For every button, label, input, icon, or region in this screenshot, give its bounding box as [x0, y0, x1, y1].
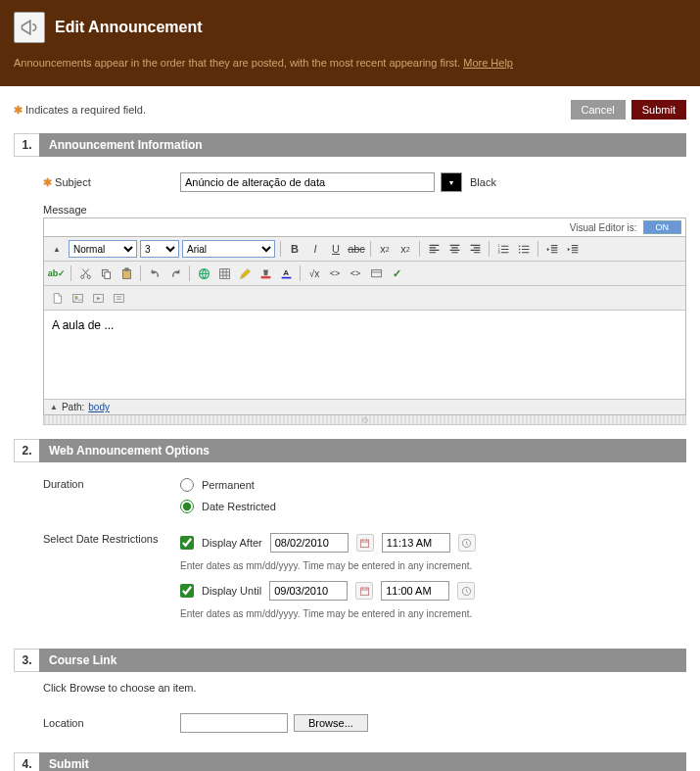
svg-point-4 — [518, 248, 520, 250]
font-color-icon[interactable]: A — [277, 265, 295, 282]
svg-point-3 — [518, 245, 520, 247]
calendar-icon[interactable] — [355, 582, 373, 600]
editor-resize-handle[interactable]: ◇ — [43, 415, 686, 425]
announcement-icon — [14, 12, 45, 43]
outdent-icon[interactable] — [543, 240, 561, 258]
visual-editor-toggle[interactable]: ON — [643, 220, 682, 234]
section-number: 4. — [14, 752, 39, 771]
page-title: Edit Announcement — [55, 19, 203, 36]
required-indicator-text: ✱ Indicates a required field. — [14, 104, 146, 117]
italic-icon[interactable]: I — [306, 240, 324, 258]
html-icon[interactable]: <> — [326, 265, 344, 282]
subscript-icon[interactable]: x2 — [376, 240, 394, 258]
pencil-icon[interactable] — [236, 265, 254, 282]
calendar-icon[interactable] — [356, 534, 374, 552]
highlight-icon[interactable] — [257, 265, 274, 282]
svg-rect-22 — [361, 540, 369, 548]
message-label: Message — [43, 204, 686, 216]
page-subtext: Announcements appear in the order that t… — [14, 57, 686, 69]
color-picker[interactable] — [441, 172, 462, 192]
section-web-options: 2. Web Announcement Options Duration Per… — [14, 439, 686, 635]
section-announcement-info: 1. Announcement Information ✱ Subject Bl… — [14, 133, 686, 425]
strikethrough-icon[interactable]: abc — [348, 240, 365, 258]
attach-media-icon[interactable] — [89, 289, 107, 307]
display-after-date-input[interactable] — [270, 533, 349, 553]
svg-point-7 — [87, 275, 90, 278]
subject-label: ✱ Subject — [43, 176, 180, 189]
spellcheck-icon[interactable]: ab✓ — [48, 265, 66, 282]
section-number: 1. — [14, 133, 39, 157]
indent-icon[interactable] — [564, 240, 582, 258]
duration-label: Duration — [43, 478, 180, 490]
visual-editor-status-bar: Visual Editor is: ON — [43, 217, 686, 236]
display-until-time-input[interactable] — [381, 581, 449, 601]
svg-rect-11 — [124, 267, 127, 269]
browse-button[interactable]: Browse... — [294, 714, 368, 732]
attach-image-icon[interactable] — [69, 289, 86, 307]
subject-input[interactable] — [180, 172, 435, 192]
location-label: Location — [43, 717, 180, 729]
color-name-label: Black — [470, 176, 496, 188]
hyperlink-icon[interactable] — [195, 265, 212, 282]
cut-icon[interactable] — [76, 265, 94, 282]
display-after-checkbox[interactable] — [180, 536, 194, 550]
attach-file-icon[interactable] — [48, 289, 66, 307]
paste-icon[interactable] — [117, 265, 135, 282]
svg-text:A: A — [283, 268, 289, 277]
display-until-checkbox[interactable] — [180, 584, 194, 598]
display-until-date-input[interactable] — [269, 581, 348, 601]
attach-mashup-icon[interactable] — [110, 289, 127, 307]
unordered-list-icon[interactable] — [515, 240, 533, 258]
expand-toolbar-icon[interactable]: ▲ — [48, 240, 66, 258]
display-until-label: Display Until — [202, 585, 261, 597]
date-helper-text: Enter dates as mm/dd/yyyy. Time may be e… — [180, 608, 476, 619]
editor-path-body-link[interactable]: body — [88, 402, 110, 412]
section-title: Course Link — [39, 649, 686, 672]
svg-rect-10 — [122, 269, 130, 278]
copy-icon[interactable] — [97, 265, 115, 282]
section-number: 3. — [14, 649, 39, 672]
permanent-radio[interactable] — [180, 478, 194, 492]
undo-icon[interactable] — [146, 265, 163, 282]
date-restricted-radio[interactable] — [180, 500, 194, 513]
font-family-select[interactable]: Arial — [182, 240, 275, 258]
editor-textarea[interactable]: A aula de ... — [44, 311, 685, 399]
table-icon[interactable] — [215, 265, 233, 282]
svg-point-5 — [518, 251, 520, 253]
code-icon[interactable]: <> — [347, 265, 364, 282]
validate-icon[interactable]: ✓ — [388, 265, 405, 282]
svg-rect-14 — [260, 275, 270, 277]
underline-icon[interactable]: U — [327, 240, 345, 258]
align-left-icon[interactable] — [425, 240, 443, 258]
section-title: Submit — [39, 752, 686, 771]
cancel-button-top[interactable]: Cancel — [571, 100, 626, 120]
preview-icon[interactable] — [367, 265, 385, 282]
submit-button-top[interactable]: Submit — [631, 100, 686, 120]
font-size-select[interactable]: 3 — [140, 240, 179, 258]
display-after-label: Display After — [202, 537, 262, 549]
location-input[interactable] — [180, 713, 288, 733]
ordered-list-icon[interactable]: 123 — [494, 240, 512, 258]
page-header: Edit Announcement Announcements appear i… — [0, 0, 700, 86]
section-course-link: 3. Course Link Click Browse to choose an… — [14, 649, 686, 739]
align-center-icon[interactable] — [445, 240, 463, 258]
section-title: Web Announcement Options — [39, 439, 686, 462]
clock-icon[interactable] — [458, 534, 476, 552]
section-title: Announcement Information — [39, 133, 686, 157]
course-link-instruction: Click Browse to choose an item. — [43, 682, 686, 694]
svg-text:3: 3 — [497, 250, 499, 254]
display-after-time-input[interactable] — [382, 533, 450, 553]
svg-rect-13 — [219, 268, 229, 278]
superscript-icon[interactable]: x2 — [397, 240, 414, 258]
style-select[interactable]: Normal — [69, 240, 137, 258]
clock-icon[interactable] — [457, 582, 475, 600]
editor-path-bar: ▲ Path: body — [44, 399, 685, 414]
bold-icon[interactable]: B — [286, 240, 303, 258]
section-number: 2. — [14, 439, 39, 462]
align-right-icon[interactable] — [466, 240, 484, 258]
date-restricted-label: Date Restricted — [202, 501, 276, 512]
redo-icon[interactable] — [166, 265, 184, 282]
equation-icon[interactable]: √x — [305, 265, 323, 282]
more-help-link[interactable]: More Help — [463, 57, 513, 69]
svg-rect-21 — [114, 294, 123, 302]
